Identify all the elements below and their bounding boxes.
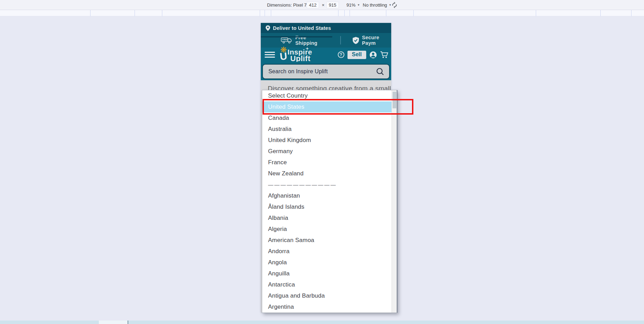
logo-u-mark: U xyxy=(279,50,287,63)
country-option[interactable]: France xyxy=(262,157,392,168)
country-option[interactable]: Algeria xyxy=(262,224,392,235)
zoom-value: 91% xyxy=(346,2,355,8)
search-placeholder: Search on Inspire Uplift xyxy=(268,68,376,75)
country-option[interactable]: American Samoa xyxy=(262,235,392,246)
country-option[interactable]: Angola xyxy=(262,257,392,268)
country-option[interactable]: Andorra xyxy=(262,246,392,257)
svg-text:FREE: FREE xyxy=(282,39,288,41)
deliver-text: Deliver to United States xyxy=(273,25,331,31)
usp-carousel[interactable]: FREE Free Shipping Secure Paym xyxy=(261,33,391,48)
sell-button[interactable]: Sell xyxy=(347,51,366,59)
dimensions-times-symbol: × xyxy=(322,0,325,10)
country-option[interactable]: Albania xyxy=(262,213,392,224)
viewport-height-field[interactable]: 915 xyxy=(326,0,339,10)
site-header: U Inspire Uplift ? Sell xyxy=(261,48,391,62)
country-option[interactable]: Argentina xyxy=(262,301,392,313)
free-shipping-truck-icon: FREE xyxy=(281,36,292,44)
viewport-width-field[interactable]: 412 xyxy=(307,0,319,10)
country-option[interactable]: Germany xyxy=(262,146,392,157)
location-pin-icon xyxy=(266,25,270,31)
zoom-dropdown[interactable]: 91% ▼ xyxy=(346,0,360,10)
throttling-dropdown[interactable]: No throttling ▼ xyxy=(363,0,392,10)
hamburger-menu-button[interactable] xyxy=(265,50,275,59)
devtools-toolbar: Dimensions: Pixel 7 ▼ 412 × 915 91% ▼ No… xyxy=(0,0,644,10)
search-bar-row: Search on Inspire Uplift xyxy=(261,62,391,80)
country-option[interactable]: New Zealand xyxy=(262,168,392,179)
cart-icon[interactable] xyxy=(380,51,388,59)
country-option[interactable]: Anguilla xyxy=(262,268,392,279)
country-option[interactable]: Antigua and Barbuda xyxy=(262,290,392,301)
throttling-value: No throttling xyxy=(363,2,387,8)
secure-payment-label: Secure Paym xyxy=(362,35,391,46)
account-icon[interactable] xyxy=(369,51,377,59)
country-option-separator: ——————————— xyxy=(262,179,392,190)
annotation-highlight-box xyxy=(263,99,413,115)
device-preset-dropdown[interactable]: Dimensions: Pixel 7 ▼ xyxy=(267,0,311,10)
rotate-viewport-button[interactable] xyxy=(391,0,398,10)
country-option[interactable]: Afghanistan xyxy=(262,190,392,201)
device-preset-value: Pixel 7 xyxy=(293,2,307,8)
usp-scroll-indicator xyxy=(261,36,332,38)
help-button[interactable]: ? xyxy=(338,51,344,58)
secure-payment-shield-icon xyxy=(353,36,359,44)
chevron-down-icon: ▼ xyxy=(357,3,360,7)
bottom-scrollbar[interactable] xyxy=(0,321,644,324)
dimensions-label: Dimensions: xyxy=(267,2,292,8)
dropdown-scrollbar[interactable] xyxy=(392,90,397,313)
rotate-icon xyxy=(390,0,399,10)
bottom-scrollbar-divider xyxy=(128,321,128,324)
inspire-uplift-logo[interactable]: U Inspire Uplift xyxy=(280,48,321,62)
devtools-media-ruler xyxy=(0,10,644,16)
country-option[interactable]: Australia xyxy=(262,124,392,135)
search-icon[interactable] xyxy=(376,67,384,76)
deliver-bar[interactable]: Deliver to United States xyxy=(261,23,391,33)
help-icon: ? xyxy=(340,52,342,57)
country-select-popup: Select Country United States Canada Aust… xyxy=(262,90,397,313)
bottom-scrollbar-thumb[interactable] xyxy=(99,321,127,324)
country-option[interactable]: Antarctica xyxy=(262,279,392,290)
country-option[interactable]: Åland Islands xyxy=(262,201,392,213)
usp-divider xyxy=(340,36,341,44)
country-option[interactable]: United Kingdom xyxy=(262,135,392,146)
search-input[interactable]: Search on Inspire Uplift xyxy=(262,64,390,79)
